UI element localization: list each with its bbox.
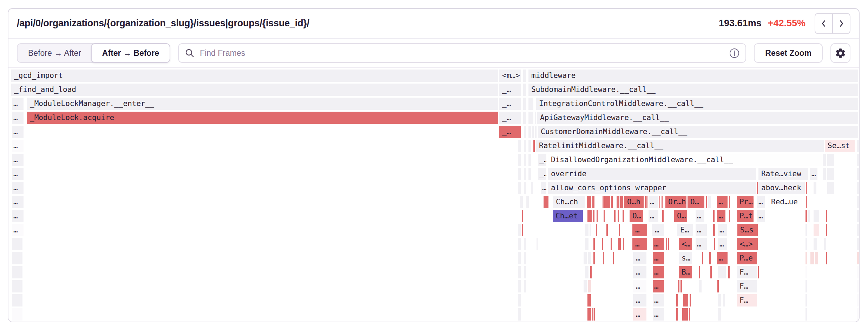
flame-frame[interactable] bbox=[537, 238, 538, 250]
flame-frame[interactable] bbox=[518, 280, 521, 292]
flame-frame[interactable] bbox=[20, 308, 22, 321]
flame-frame[interactable] bbox=[12, 238, 20, 250]
flame-frame[interactable]: _… bbox=[499, 84, 521, 96]
flame-frame[interactable] bbox=[857, 280, 859, 292]
flame-frame[interactable]: … bbox=[12, 112, 24, 124]
flame-frame[interactable] bbox=[857, 140, 859, 152]
flame-frame[interactable]: DisallowedOrganizationMiddleware.__call_… bbox=[548, 154, 822, 166]
flame-frame[interactable]: F… bbox=[737, 280, 757, 292]
flame-frame[interactable] bbox=[678, 280, 679, 292]
flame-frame[interactable] bbox=[585, 224, 588, 236]
flame-frame[interactable]: <… bbox=[679, 238, 692, 250]
flame-frame[interactable] bbox=[713, 210, 715, 222]
flame-frame[interactable] bbox=[814, 182, 816, 194]
flame-frame[interactable] bbox=[593, 252, 595, 264]
flame-frame[interactable]: … bbox=[12, 182, 24, 194]
flame-frame[interactable] bbox=[531, 182, 533, 194]
flame-frame[interactable] bbox=[823, 168, 826, 180]
flame-frame[interactable]: O… bbox=[674, 210, 687, 222]
flame-frame[interactable] bbox=[710, 266, 712, 278]
flame-frame[interactable]: F… bbox=[737, 294, 757, 306]
flame-frame[interactable]: P…t bbox=[737, 210, 754, 222]
flame-frame[interactable] bbox=[535, 112, 536, 124]
flame-frame[interactable] bbox=[526, 196, 529, 208]
flame-frame[interactable] bbox=[593, 238, 595, 250]
flame-frame[interactable] bbox=[857, 182, 859, 194]
flame-frame[interactable]: _… bbox=[538, 154, 546, 166]
flame-frame[interactable] bbox=[523, 70, 526, 82]
flame-frame[interactable] bbox=[718, 294, 721, 306]
flame-frame[interactable] bbox=[594, 308, 595, 321]
flame-frame[interactable] bbox=[523, 84, 526, 96]
flame-frame[interactable] bbox=[614, 210, 616, 222]
flame-frame[interactable]: … bbox=[757, 210, 765, 222]
flame-frame[interactable]: _find_and_load bbox=[11, 84, 498, 96]
find-frames-field[interactable] bbox=[178, 43, 746, 63]
flame-frame[interactable] bbox=[808, 210, 810, 222]
flame-frame[interactable] bbox=[518, 182, 521, 194]
flame-frame[interactable] bbox=[588, 252, 591, 264]
flame-frame[interactable] bbox=[20, 252, 22, 264]
flame-frame[interactable]: … bbox=[12, 224, 24, 236]
flame-frame[interactable]: … bbox=[12, 98, 24, 110]
flame-frame[interactable]: O… bbox=[630, 210, 643, 222]
flame-frame[interactable]: … bbox=[12, 140, 24, 152]
flame-frame[interactable]: O…h bbox=[624, 196, 644, 208]
flame-frame[interactable] bbox=[613, 252, 614, 264]
flame-frame[interactable] bbox=[857, 308, 859, 321]
flame-frame[interactable] bbox=[524, 238, 526, 250]
flame-frame[interactable] bbox=[20, 238, 22, 250]
flame-frame[interactable] bbox=[12, 294, 20, 306]
flame-frame[interactable] bbox=[805, 252, 807, 264]
flame-frame[interactable] bbox=[620, 196, 623, 208]
flame-frame[interactable] bbox=[590, 224, 591, 236]
flame-frame[interactable] bbox=[826, 224, 827, 236]
flame-frame[interactable] bbox=[518, 308, 521, 321]
flame-frame[interactable]: Pr…h bbox=[737, 196, 754, 208]
flame-frame[interactable] bbox=[702, 252, 703, 264]
flame-frame[interactable]: Or…h bbox=[665, 196, 686, 208]
flame-frame[interactable]: F… bbox=[737, 266, 757, 278]
flame-frame[interactable]: … bbox=[653, 308, 664, 321]
flame-frame[interactable] bbox=[706, 196, 707, 208]
flame-frame[interactable] bbox=[606, 224, 608, 236]
flame-frame[interactable] bbox=[520, 196, 523, 208]
flame-frame[interactable]: _… bbox=[499, 98, 521, 110]
flame-frame[interactable] bbox=[602, 238, 603, 250]
flame-frame[interactable] bbox=[619, 224, 620, 236]
flame-frame[interactable] bbox=[12, 252, 20, 264]
flame-frame[interactable] bbox=[713, 224, 715, 236]
flame-frame[interactable] bbox=[587, 196, 591, 208]
flame-frame[interactable]: CustomerDomainMiddleware.__call__ bbox=[538, 126, 858, 138]
flame-frame[interactable]: E… bbox=[677, 224, 693, 236]
flame-frame[interactable] bbox=[662, 196, 663, 208]
flame-frame[interactable] bbox=[518, 266, 521, 278]
flame-frame[interactable]: RatelimitMiddleware.__call__ bbox=[536, 140, 824, 152]
flame-frame[interactable]: s… bbox=[679, 252, 692, 264]
flame-frame[interactable] bbox=[857, 224, 859, 236]
flame-frame[interactable]: S…s bbox=[737, 224, 758, 236]
flame-frame[interactable]: … bbox=[653, 280, 664, 292]
settings-button[interactable] bbox=[830, 43, 850, 63]
flame-frame[interactable]: … bbox=[12, 168, 24, 180]
flame-frame[interactable] bbox=[645, 196, 646, 208]
flame-frame[interactable] bbox=[718, 308, 721, 321]
flame-frame[interactable] bbox=[584, 280, 587, 292]
flame-frame[interactable] bbox=[522, 224, 523, 236]
flame-frame[interactable] bbox=[518, 252, 521, 264]
flame-frame[interactable] bbox=[518, 140, 521, 152]
flame-frame[interactable] bbox=[805, 224, 807, 236]
flame-frame[interactable] bbox=[20, 266, 22, 278]
flame-frame[interactable]: … bbox=[633, 294, 646, 306]
flame-frame[interactable]: … bbox=[696, 238, 707, 250]
flame-frame[interactable] bbox=[524, 154, 526, 166]
flame-frame[interactable] bbox=[689, 308, 690, 321]
flame-frame[interactable]: _ModuleLock.acquire bbox=[27, 112, 498, 124]
flame-frame[interactable] bbox=[699, 266, 700, 278]
flame-frame[interactable]: B… bbox=[679, 266, 692, 278]
flame-frame[interactable] bbox=[587, 294, 591, 306]
flame-frame[interactable] bbox=[590, 266, 592, 278]
flame-frame[interactable]: … bbox=[12, 154, 24, 166]
flame-frame[interactable] bbox=[666, 238, 667, 250]
info-icon[interactable] bbox=[729, 48, 740, 59]
